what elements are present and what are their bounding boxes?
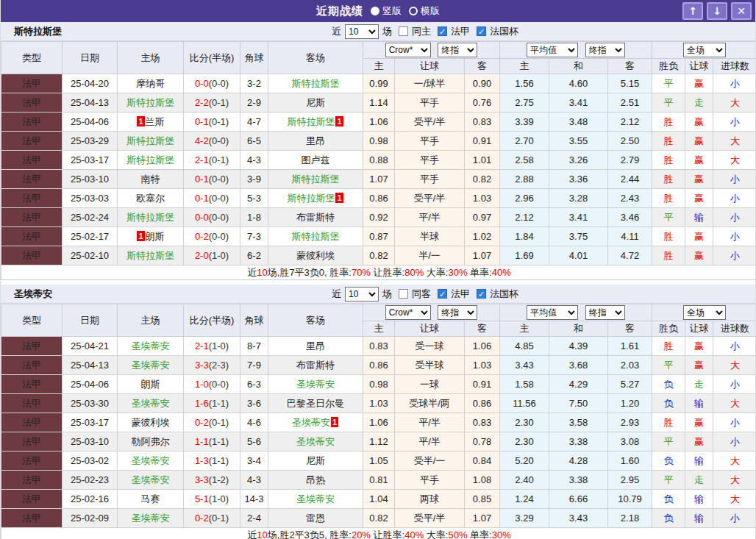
- home-team-name: 斯特拉斯堡: [126, 212, 174, 223]
- recent-count-select[interactable]: 10: [345, 24, 379, 39]
- scope-select[interactable]: 全场: [683, 305, 726, 320]
- odds-away-cell: 1.07: [465, 246, 500, 265]
- full-time-score: 1-3: [195, 455, 209, 466]
- radio-vertical-layout[interactable]: 竖版: [371, 4, 402, 18]
- summary-text: 近: [247, 529, 257, 539]
- half-time-score: (2-3): [209, 360, 229, 371]
- odds-time-select[interactable]: 终指: [438, 43, 477, 57]
- result-goals-cell: 大: [713, 490, 756, 509]
- away-team-cell: 布雷斯特: [268, 208, 363, 227]
- league-checkbox[interactable]: [438, 26, 447, 36]
- result-wdl-cell: 平: [652, 208, 685, 227]
- avg-draw-cell: 3.36: [549, 170, 608, 189]
- summary-stat-value: 30%: [448, 267, 467, 278]
- avg-away-cell: 2.93: [608, 413, 652, 432]
- league-cell: 法甲: [1, 189, 63, 208]
- result-goals-cell: 小: [713, 208, 756, 227]
- avg-source-select[interactable]: 平均值: [527, 305, 578, 320]
- avg-away-cell: 5.27: [608, 375, 652, 394]
- col-header-corners: 角球: [240, 304, 268, 337]
- result-wdl-cell: 负: [652, 394, 685, 413]
- match-row: 法甲25-03-17斯特拉斯堡2-1(0-1)4-3图卢兹0.88平手1.012…: [1, 151, 756, 170]
- result-handicap-cell: 输: [685, 490, 713, 509]
- cup-checkbox[interactable]: [477, 289, 486, 299]
- league-checkbox[interactable]: [438, 289, 447, 299]
- avg-away-cell: 2.44: [608, 170, 652, 189]
- score-cell: 2-1(1-0): [184, 337, 240, 356]
- scope-select[interactable]: 全场: [683, 43, 726, 57]
- full-time-score: 0-2: [195, 231, 209, 242]
- avg-time-select[interactable]: 终指: [585, 43, 625, 57]
- radio-horizontal-layout[interactable]: 横版: [409, 4, 440, 18]
- summary-stat-value: 40%: [404, 529, 424, 539]
- odds-time-select[interactable]: 终指: [438, 305, 477, 320]
- away-team-cell: 雷恩: [268, 509, 363, 528]
- same-venue-checkbox[interactable]: [399, 289, 408, 299]
- result-goals-cell: 大: [713, 93, 756, 113]
- avg-draw-cell: 4.29: [549, 375, 608, 394]
- red-card-badge: 1: [335, 193, 343, 203]
- away-team-cell: 斯特拉斯堡1: [268, 113, 363, 132]
- result-wdl-cell: 平: [652, 471, 685, 490]
- result-goals-cell: 小: [713, 246, 756, 265]
- avg-home-cell: 11.56: [500, 394, 549, 413]
- odds-group-header: Crow* 终指: [363, 304, 500, 321]
- score-cell: 1-3(1-1): [184, 451, 240, 471]
- avg-group-header: 平均值 终指: [500, 42, 652, 59]
- odds-home-cell: 1.07: [363, 170, 395, 189]
- match-row: 法甲25-03-17蒙彼利埃0-2(0-1)4-6圣埃蒂安11.06平/半0.8…: [1, 413, 756, 432]
- home-team-cell: 欧塞尔: [118, 189, 184, 208]
- home-team-name: 朗斯: [146, 231, 165, 242]
- avg-home-cell: 4.85: [500, 337, 549, 356]
- col-header-away: 客场: [268, 42, 363, 74]
- avg-source-select[interactable]: 平均值: [527, 43, 578, 57]
- result-wdl-cell: 负: [652, 451, 685, 471]
- odds-away-cell: 0.86: [465, 394, 500, 413]
- sub-header-avg-away: 客: [608, 321, 652, 337]
- away-team-name: 圣埃蒂安: [292, 417, 330, 428]
- league-cell: 法甲: [1, 227, 63, 246]
- odds-source-select[interactable]: Crow*: [385, 43, 431, 57]
- result-wdl-cell: 平: [652, 356, 685, 375]
- home-team-name: 南特: [141, 174, 160, 185]
- summary-text: 近: [247, 267, 257, 278]
- avg-draw-cell: 7.50: [549, 394, 608, 413]
- sub-header-handicap: 让球: [395, 321, 465, 337]
- corners-cell: 3-9: [240, 170, 268, 189]
- full-time-score: 3-3: [195, 474, 209, 485]
- score-cell: 3-3(1-2): [184, 471, 240, 490]
- date-cell: 25-04-06: [63, 375, 118, 394]
- avg-draw-cell: 3.75: [549, 227, 608, 246]
- result-handicap-cell: 输: [685, 394, 713, 413]
- odds-home-cell: 1.12: [363, 432, 395, 451]
- handicap-cell: 受半球: [395, 356, 465, 375]
- league-cell: 法甲: [1, 337, 63, 356]
- recent-count-select[interactable]: 10: [345, 287, 379, 301]
- scroll-up-button[interactable]: ↑: [682, 2, 703, 20]
- summary-stat-value: 10: [257, 267, 267, 278]
- corners-cell: 8-7: [240, 337, 268, 356]
- league-cell: 法甲: [1, 490, 63, 509]
- home-team-cell: 圣埃蒂安: [118, 451, 184, 471]
- col-header-home: 主场: [118, 304, 184, 337]
- score-cell: 3-3(2-3): [184, 356, 240, 375]
- avg-draw-cell: 4.28: [549, 451, 608, 471]
- result-wdl-cell: 胜: [652, 132, 685, 151]
- sub-header-avg-draw: 和: [549, 321, 608, 337]
- avg-time-select[interactable]: 终指: [585, 305, 625, 320]
- handicap-cell: 平/半: [395, 432, 465, 451]
- result-wdl-cell: 平: [652, 74, 685, 93]
- full-time-score: 4-2: [195, 135, 209, 146]
- scroll-down-button[interactable]: ↓: [707, 2, 727, 20]
- home-team-name: 斯特拉斯堡: [126, 97, 174, 108]
- result-handicap-cell: 输: [685, 509, 713, 528]
- cup-checkbox[interactable]: [477, 26, 486, 36]
- match-row: 法甲25-04-20摩纳哥0-0(0-0)3-2斯特拉斯堡0.99一/球半0.9…: [1, 74, 756, 93]
- avg-home-cell: 2.58: [500, 151, 549, 170]
- same-venue-checkbox[interactable]: [399, 26, 408, 36]
- away-team-cell: 圣埃蒂安1: [268, 413, 363, 432]
- odds-source-select[interactable]: Crow*: [385, 305, 431, 320]
- close-button[interactable]: ✕: [731, 2, 752, 20]
- summary-text: 大率:: [424, 267, 448, 278]
- home-team-cell: 马赛: [118, 490, 184, 509]
